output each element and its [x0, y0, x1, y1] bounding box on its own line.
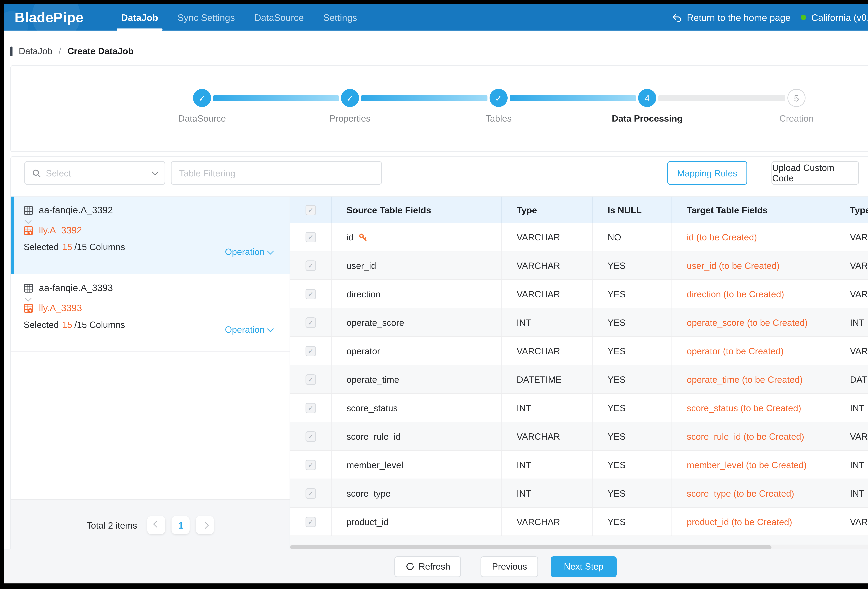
selected-columns-label: Selected15/15 Columns	[24, 319, 125, 330]
horizontal-scrollbar-thumb[interactable]	[290, 545, 772, 549]
row-checkbox[interactable]	[306, 431, 316, 441]
source-field-type: DATETIME	[502, 365, 593, 393]
source-field-name: operate_score	[347, 317, 404, 328]
source-field-isnull: YES	[593, 394, 672, 422]
source-field-isnull: YES	[593, 280, 672, 308]
header-target-type: Type	[836, 196, 868, 223]
row-checkbox[interactable]	[306, 260, 316, 270]
target-field-type: VARCHAR	[836, 280, 868, 308]
nav-sync-settings[interactable]: Sync Settings	[177, 4, 235, 31]
environment-selector[interactable]: California (v0.7.0)	[801, 12, 868, 22]
table-pair-item[interactable]: aa-fanqie.A_3393 lly.A_3393 Selected15/1…	[11, 275, 289, 352]
nav-datasource[interactable]: DataSource	[254, 4, 304, 31]
table-pair-panel: aa-fanqie.A_3392 lly.A_3392 Selected15/1…	[11, 196, 290, 550]
row-checkbox[interactable]	[306, 345, 316, 356]
target-field-type: VARCHAR	[836, 251, 868, 279]
source-field-type: INT	[502, 479, 593, 507]
target-field-type: VARCHAR	[836, 337, 868, 365]
upload-custom-code-button[interactable]: Upload Custom Code	[772, 161, 859, 185]
source-field-name: score_type	[347, 488, 391, 498]
step-connector-done	[213, 95, 339, 102]
target-table-create-icon	[24, 303, 33, 313]
source-field-name: product_id	[347, 517, 389, 527]
status-dot-icon	[801, 15, 806, 20]
source-field-isnull: YES	[593, 251, 672, 279]
field-mapping-table: Source Table Fields Type Is NULL Target …	[290, 196, 868, 550]
target-field-name: score_status (to be Created)	[672, 394, 836, 422]
source-field-name: score_status	[347, 403, 398, 413]
operation-link[interactable]: Operation	[225, 324, 273, 335]
row-checkbox[interactable]	[306, 317, 316, 328]
selected-columns-label: Selected15/15 Columns	[24, 242, 125, 252]
source-field-isnull: YES	[593, 508, 672, 536]
row-checkbox[interactable]	[306, 232, 316, 242]
step-circle-properties: ✓	[341, 89, 359, 107]
target-field-type: VARCHAR	[836, 223, 868, 251]
source-field-type: VARCHAR	[502, 422, 593, 450]
row-checkbox[interactable]	[306, 459, 316, 470]
mapping-rules-button[interactable]: Mapping Rules	[667, 161, 747, 185]
target-field-name: product_id (to be Created)	[672, 508, 836, 536]
target-field-type: INT	[836, 394, 868, 422]
operation-link[interactable]: Operation	[225, 247, 273, 257]
nav-datajob[interactable]: DataJob	[121, 4, 158, 31]
data-processing-card: Select Mapping Rules Upload Custom Code …	[10, 156, 868, 551]
screenshot-frame: BladePipe DataJob Sync Settings DataSour…	[0, 0, 868, 589]
return-home-label: Return to the home page	[687, 12, 790, 22]
breadcrumb-bar	[10, 46, 12, 56]
source-table-icon	[24, 283, 33, 293]
previous-button[interactable]: Previous	[481, 556, 538, 577]
source-field-isnull: YES	[593, 479, 672, 507]
source-field-isnull: YES	[593, 365, 672, 393]
target-table-name: lly.A_3393	[39, 303, 82, 313]
return-arrow-icon	[672, 12, 682, 22]
target-field-name: score_rule_id (to be Created)	[672, 422, 836, 450]
step-connector-done	[361, 95, 487, 102]
next-step-button[interactable]: Next Step	[551, 556, 617, 577]
table-filtering-input[interactable]	[171, 161, 382, 185]
return-home-link[interactable]: Return to the home page	[672, 12, 790, 22]
header-source-type: Type	[502, 196, 593, 223]
bladepipe-logo[interactable]: BladePipe	[15, 9, 84, 25]
source-field-type: VARCHAR	[502, 337, 593, 365]
target-field-name: operate_time (to be Created)	[672, 365, 836, 393]
page-number-button[interactable]: 1	[172, 516, 190, 534]
step-label-properties: Properties	[294, 113, 406, 124]
step-circle-data-processing: 4	[638, 89, 656, 107]
stepper-card: ✓ ✓ ✓ 4 5 DataSource Properties Tables D…	[10, 65, 868, 152]
table-row: direction VARCHAR YES direction (to be C…	[290, 280, 868, 309]
next-page-button[interactable]	[196, 516, 214, 534]
row-checkbox[interactable]	[306, 374, 316, 384]
source-field-isnull: YES	[593, 451, 672, 478]
top-navbar: BladePipe DataJob Sync Settings DataSour…	[4, 4, 868, 31]
target-field-name: score_type (to be Created)	[672, 479, 836, 507]
table-select-dropdown[interactable]: Select	[24, 161, 165, 185]
nav-settings[interactable]: Settings	[323, 4, 357, 31]
source-table-icon	[24, 205, 33, 215]
source-field-isnull: YES	[593, 422, 672, 450]
select-all-checkbox[interactable]	[306, 205, 316, 215]
target-table-name: lly.A_3392	[39, 225, 82, 235]
target-field-name: user_id (to be Created)	[672, 251, 836, 279]
source-field-isnull: NO	[593, 223, 672, 251]
row-checkbox[interactable]	[306, 488, 316, 498]
table-pair-item[interactable]: aa-fanqie.A_3392 lly.A_3392 Selected15/1…	[11, 196, 289, 275]
table-row: operate_time DATETIME YES operate_time (…	[290, 365, 868, 394]
table-row: operator VARCHAR YES operator (to be Cre…	[290, 337, 868, 365]
chevron-right-icon	[202, 522, 209, 528]
target-field-type: VARCHAR	[836, 422, 868, 450]
row-checkbox[interactable]	[306, 403, 316, 413]
row-checkbox[interactable]	[306, 517, 316, 527]
breadcrumb-datajob[interactable]: DataJob	[19, 46, 52, 56]
target-field-name: id (to be Created)	[672, 223, 836, 251]
select-placeholder: Select	[46, 168, 148, 178]
source-table-name: aa-fanqie.A_3392	[39, 205, 113, 215]
source-field-isnull: YES	[593, 337, 672, 365]
prev-page-button[interactable]	[148, 516, 165, 534]
main-nav: DataJob Sync Settings DataSource Setting…	[111, 4, 367, 31]
row-checkbox[interactable]	[306, 289, 316, 299]
table-row: user_id VARCHAR YES user_id (to be Creat…	[290, 251, 868, 280]
primary-key-icon	[359, 232, 368, 241]
table-row: operate_score INT YES operate_score (to …	[290, 309, 868, 337]
refresh-button[interactable]: Refresh	[394, 556, 461, 577]
